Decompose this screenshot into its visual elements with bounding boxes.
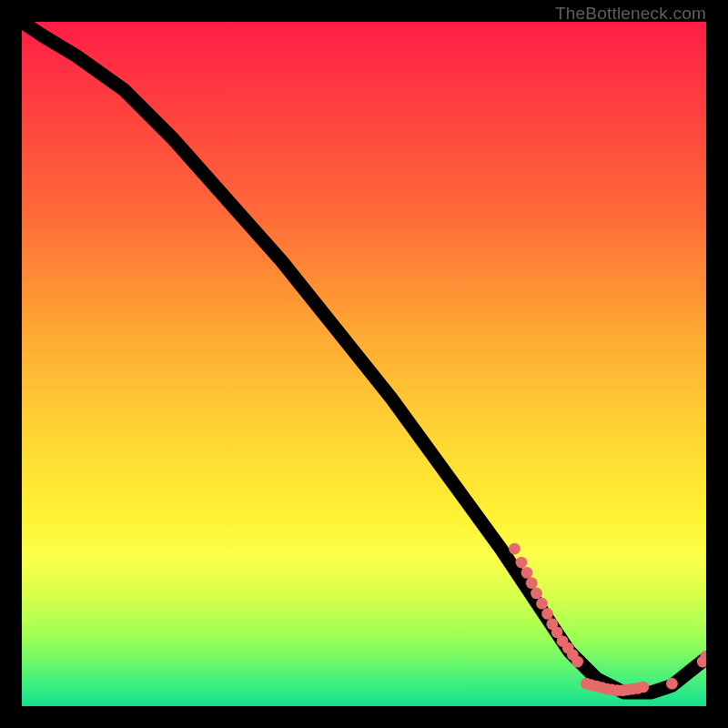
data-marker — [551, 626, 563, 638]
bottleneck-curve — [22, 22, 706, 693]
data-marker — [701, 651, 706, 662]
data-marker — [581, 678, 592, 690]
data-marker — [591, 681, 602, 693]
data-marker — [521, 567, 533, 579]
data-marker — [516, 557, 528, 569]
data-marker — [567, 649, 579, 661]
curve-layer — [22, 22, 706, 706]
data-marker — [617, 684, 629, 696]
data-marker — [541, 608, 553, 620]
data-marker — [562, 642, 574, 654]
data-marker — [509, 543, 521, 555]
data-marker — [632, 682, 643, 694]
data-marker — [626, 683, 638, 695]
data-marker — [571, 656, 583, 668]
data-marker — [585, 679, 597, 691]
plot-area — [22, 22, 706, 706]
data-marker — [622, 684, 633, 696]
data-marker — [637, 682, 649, 693]
data-marker — [666, 678, 678, 690]
data-marker — [531, 588, 542, 600]
data-marker — [526, 577, 538, 589]
data-marker — [606, 684, 618, 696]
data-marker — [697, 656, 706, 668]
data-marker — [546, 618, 558, 630]
data-marker — [536, 598, 548, 610]
attribution-label: TheBottleneck.com — [555, 4, 706, 24]
data-marker — [602, 683, 613, 695]
marker-layer — [509, 543, 706, 696]
data-marker — [557, 635, 569, 647]
data-marker — [612, 684, 623, 696]
data-marker — [596, 682, 608, 693]
chart-stage: TheBottleneck.com — [0, 0, 728, 728]
